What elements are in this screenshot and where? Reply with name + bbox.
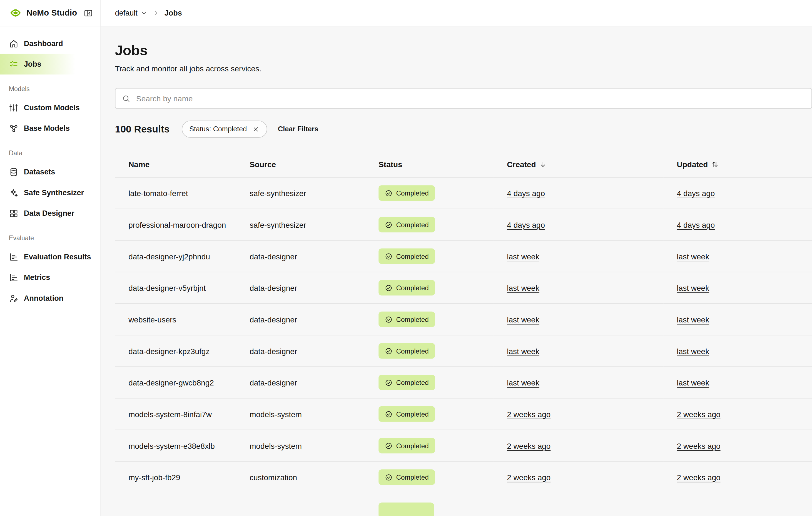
sidebar-item-datasets[interactable]: Datasets [0,161,100,182]
close-icon[interactable] [252,125,259,133]
sidebar-item-custom-models[interactable]: Custom Models [0,97,100,118]
status-label: Completed [396,189,429,197]
sidebar-item-label: Custom Models [24,103,80,112]
job-source: data-designer [236,367,365,398]
table-row-partial [115,493,812,516]
table-row[interactable]: data-designer-v5yrbjntdata-designerCompl… [115,272,812,304]
sidebar-collapse-button[interactable] [83,8,93,18]
job-name: models-system-e38e8xlb [115,430,236,461]
column-header-created[interactable]: Created [494,152,663,177]
sidebar-item-label: Data Designer [24,209,75,217]
column-label: Updated [677,160,708,169]
job-name: models-system-8infai7w [115,398,236,430]
search-box [115,88,812,109]
arrow-down-icon [539,160,547,168]
sidebar-section-label: Evaluate [0,223,100,246]
status-label: Completed [396,347,429,355]
job-name: data-designer-v5yrbjnt [115,272,236,304]
job-name: data-designer-gwcb8ng2 [115,367,236,398]
layout-icon [9,208,19,218]
check-circle-icon [385,221,393,229]
column-header-updated[interactable]: Updated [663,152,812,177]
sidebar-item-base-models[interactable]: Base Models [0,118,100,139]
jobs-table: NameSourceStatusCreatedUpdated late-toma… [115,152,812,516]
status-badge: Completed [378,185,435,201]
sidebar-item-safe-synthesizer[interactable]: Safe Synthesizer [0,182,100,203]
sidebar-section-label: Data [0,139,100,161]
table-row[interactable]: data-designer-kpz3ufgzdata-designerCompl… [115,335,812,367]
sidebar-item-evaluation-results[interactable]: Evaluation Results [0,246,100,267]
created-time: last week [507,378,540,387]
sidebar-item-data-designer[interactable]: Data Designer [0,203,100,223]
sidebar-item-label: Annotation [24,294,64,302]
chevron-right-icon [152,9,159,16]
chart-icon [9,252,19,262]
created-time: last week [507,346,540,356]
table-row[interactable]: professional-maroon-dragonsafe-synthesiz… [115,209,812,241]
status-badge: Completed [378,312,435,327]
results-bar: 100 Results Status: Completed Clear Filt… [115,121,812,138]
table-row[interactable]: my-sft-job-fb29customizationCompleted2 w… [115,461,812,493]
top-bar: NeMo Studio default Jobs [0,0,812,26]
sidebar-item-dashboard[interactable]: Dashboard [0,33,100,54]
updated-time: last week [677,315,709,324]
column-header-status[interactable]: Status [365,152,494,177]
page-title: Jobs [115,43,812,59]
table-row[interactable]: data-designer-gwcb8ng2data-designerCompl… [115,367,812,398]
table-row[interactable]: late-tomato-ferretsafe-synthesizerComple… [115,177,812,209]
sidebar-item-metrics[interactable]: Metrics [0,267,100,288]
status-label: Completed [396,378,429,386]
check-circle-icon [385,284,393,292]
job-name: late-tomato-ferret [115,177,236,209]
check-circle-icon [385,347,393,355]
sidebar-header: NeMo Studio [0,0,101,26]
sidebar-item-label: Evaluation Results [24,252,91,261]
job-source: data-designer [236,272,365,304]
breadcrumb-project-selector[interactable]: default [115,9,148,17]
status-badge: Completed [378,217,435,233]
status-label: Completed [396,221,429,229]
nvidia-logo-icon [9,7,22,19]
created-time: last week [507,283,540,292]
sidebar-item-annotation[interactable]: Annotation [0,288,100,308]
status-label: Completed [396,252,429,260]
status-label: Completed [396,442,429,450]
status-filter-label: Status: Completed [189,125,247,133]
checklist-icon [9,59,19,69]
job-name: my-sft-job-fb29 [115,461,236,493]
job-source: customization [236,461,365,493]
column-label: Status [378,160,402,169]
sidebar-nav: DashboardJobsModelsCustom ModelsBase Mod… [0,33,100,308]
updated-time: last week [677,283,709,292]
chart-icon [9,272,19,282]
status-badge: Completed [378,280,435,296]
jobs-table-body: late-tomato-ferretsafe-synthesizerComple… [115,177,812,516]
updated-time: 4 days ago [677,188,715,198]
table-row[interactable]: models-system-e38e8xlbmodels-systemCompl… [115,430,812,461]
job-source: data-designer [236,241,365,272]
sidebar-item-jobs[interactable]: Jobs [0,54,100,75]
created-time: 2 weeks ago [507,409,551,419]
check-circle-icon [385,442,393,450]
search-input[interactable] [135,93,805,103]
created-time: 2 weeks ago [507,473,551,482]
clear-filters-button[interactable]: Clear Filters [278,125,318,133]
column-header-source[interactable]: Source [236,152,365,177]
jobs-table-head-row: NameSourceStatusCreatedUpdated [115,152,812,177]
updated-time: 2 weeks ago [677,473,721,482]
updated-time: 2 weeks ago [677,441,721,450]
job-source: data-designer [236,335,365,367]
column-header-name[interactable]: Name [115,152,236,177]
created-time: last week [507,315,540,324]
table-row[interactable]: models-system-8infai7wmodels-systemCompl… [115,398,812,430]
updated-time: 2 weeks ago [677,409,721,419]
home-icon [9,39,19,48]
sidebar-item-label: Base Models [24,124,70,132]
table-row[interactable]: website-usersdata-designerCompletedlast … [115,304,812,335]
breadcrumb-current-page: Jobs [165,9,182,17]
job-source: safe-synthesizer [236,209,365,241]
job-name: data-designer-yj2phndu [115,241,236,272]
table-row[interactable]: data-designer-yj2phndudata-designerCompl… [115,241,812,272]
sidebar-item-label: Dashboard [24,39,63,48]
annotation-icon [9,293,19,303]
